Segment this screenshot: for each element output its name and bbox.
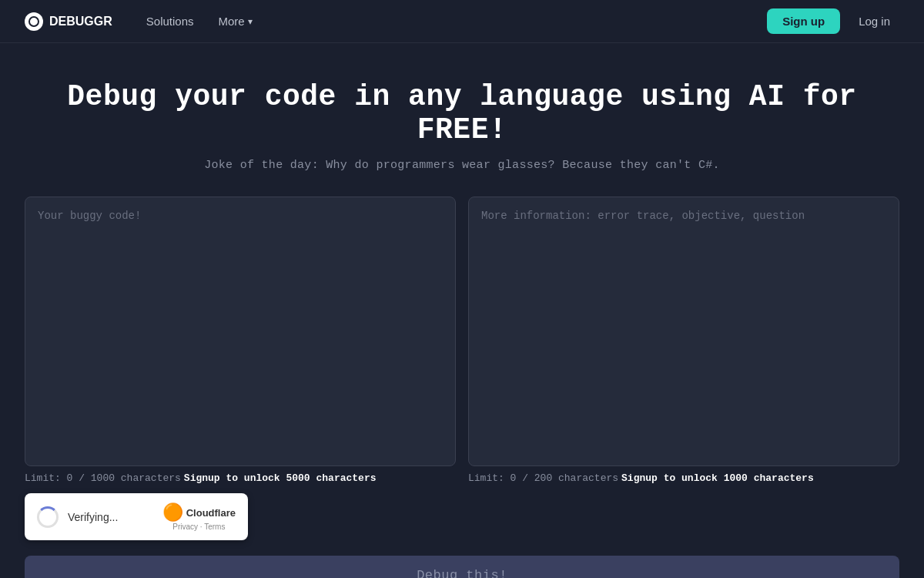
code-input[interactable] (25, 197, 456, 466)
info-panel: Limit: 0 / 200 characters Signup to unlo… (468, 197, 899, 540)
info-input[interactable] (468, 197, 899, 466)
cloudflare-widget: Verifying... 🟠 Cloudflare Privacy · Term… (25, 493, 248, 540)
svg-point-0 (29, 17, 38, 26)
navbar: DEBUGGR Solutions More ▾ Sign up Log in (0, 0, 924, 43)
code-signup-unlock[interactable]: Signup to unlock 5000 characters (184, 472, 377, 484)
main-content: Debug your code in any language using AI… (0, 43, 924, 578)
joke-text: Joke of the day: Why do programmers wear… (204, 159, 720, 172)
loading-spinner (37, 506, 59, 528)
more-dropdown[interactable]: More ▾ (209, 10, 262, 32)
cloudflare-left: Verifying... (37, 506, 118, 528)
logo-text: DEBUGGR (49, 15, 112, 29)
cf-separator: · (200, 523, 203, 531)
solutions-link[interactable]: Solutions (137, 10, 203, 32)
terms-link[interactable]: Terms (204, 523, 225, 531)
logo-icon (25, 12, 43, 31)
cloudflare-right: 🟠 Cloudflare Privacy · Terms (162, 502, 236, 531)
code-char-limit: Limit: 0 / 1000 characters Signup to unl… (25, 472, 456, 484)
code-panel: Limit: 0 / 1000 characters Signup to unl… (25, 197, 456, 540)
privacy-link[interactable]: Privacy (172, 523, 198, 531)
cloudflare-links: Privacy · Terms (172, 523, 225, 531)
chevron-down-icon: ▾ (248, 16, 253, 27)
debug-button-container: Debug this! (25, 556, 899, 578)
logo[interactable]: DEBUGGR (25, 12, 112, 31)
info-char-limit: Limit: 0 / 200 characters Signup to unlo… (468, 472, 899, 484)
nav-links: Solutions More ▾ (137, 10, 262, 32)
cloudflare-cloud-icon: 🟠 (162, 502, 183, 523)
hero-title: Debug your code in any language using AI… (25, 80, 899, 146)
signup-button[interactable]: Sign up (767, 8, 840, 34)
login-button[interactable]: Log in (849, 8, 899, 34)
nav-left: DEBUGGR Solutions More ▾ (25, 10, 262, 32)
cloudflare-logo: 🟠 Cloudflare (162, 502, 236, 523)
cloudflare-name: Cloudflare (186, 507, 236, 519)
verifying-text: Verifying... (68, 511, 118, 523)
editor-row: Limit: 0 / 1000 characters Signup to unl… (25, 197, 899, 540)
info-signup-unlock[interactable]: Signup to unlock 1000 characters (621, 472, 814, 484)
debug-button[interactable]: Debug this! (25, 556, 899, 578)
nav-right: Sign up Log in (767, 8, 899, 34)
